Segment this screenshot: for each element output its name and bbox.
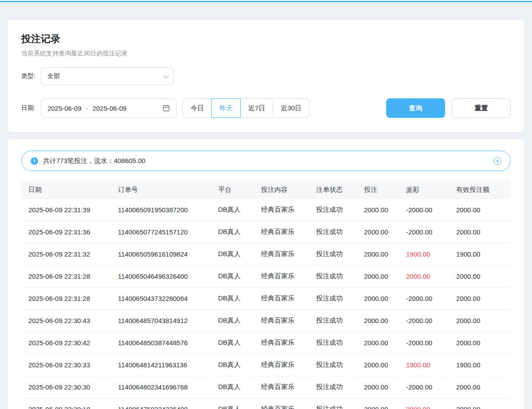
type-select[interactable]: 全部 — [41, 67, 174, 85]
table-cell: 2025-06-09 22:30:42 — [21, 332, 114, 354]
quick-range-button[interactable]: 昨天 — [211, 98, 241, 118]
table-cell: 2025-06-09 22:31:32 — [21, 243, 114, 265]
column-header: 平台 — [215, 181, 258, 199]
table-cell: 2025-06-09 22:30:43 — [21, 310, 114, 332]
table-cell: DB真人 — [215, 221, 258, 243]
table-cell: 2000.00 — [453, 199, 511, 221]
filter-card: 投注记录 当前系统支持查询最近30日的投注记录 类型: 全部 日期: 2025-… — [8, 20, 524, 132]
table-cell: 投注成功 — [313, 243, 360, 265]
table-cell: 2000.00 — [360, 199, 403, 221]
table-cell: 1140064802341696768 — [114, 376, 215, 398]
table-cell: -2000.00 — [403, 199, 453, 221]
table-row: 2025-06-09 22:31:361140065077245157120DB… — [21, 221, 511, 243]
table-cell: DB真人 — [215, 288, 258, 310]
table-cell: 2025-06-09 22:30:33 — [21, 354, 114, 376]
table-row: 2025-06-09 22:31:281140065046496326400DB… — [21, 265, 511, 288]
table-row: 2025-06-09 22:30:431140064857043814912DB… — [21, 310, 511, 332]
calendar-icon — [163, 105, 170, 112]
table-cell: DB真人 — [215, 199, 258, 221]
plus-circle-icon[interactable]: + — [493, 157, 501, 165]
table-cell: 2000.00 — [360, 243, 403, 265]
table-cell: 2025-06-09 22:30:30 — [21, 376, 114, 398]
table-cell: 2000.00 — [453, 310, 511, 332]
table-cell: 2000.00 — [360, 332, 403, 354]
date-separator: - — [86, 105, 88, 112]
table-cell: 2025-06-09 22:31:28 — [21, 265, 114, 288]
table-cell: 经典百家乐 — [258, 265, 313, 288]
table-cell: 投注成功 — [313, 354, 360, 376]
table-cell: -2000.00 — [403, 310, 453, 332]
table-cell: 经典百家乐 — [258, 354, 313, 376]
table-cell: DB真人 — [215, 354, 258, 376]
records-card: i 共计773笔投注，流水：408605.00 + 日期订单号平台投注内容注单状… — [8, 139, 524, 409]
page-title: 投注记录 — [21, 32, 511, 46]
records-table: 日期订单号平台投注内容注单状态投注派彩有效投注额 2025-06-09 22:3… — [21, 181, 511, 409]
table-cell: 2000.00 — [360, 398, 403, 409]
info-icon: i — [31, 157, 38, 165]
table-cell: 2025-06-09 22:31:36 — [21, 221, 114, 243]
table-cell: 投注成功 — [313, 265, 360, 288]
table-cell: 经典百家乐 — [258, 243, 313, 265]
table-cell: DB真人 — [215, 398, 258, 409]
table-header-row: 日期订单号平台投注内容注单状态投注派彩有效投注额 — [21, 181, 511, 199]
quick-range-button[interactable]: 近7日 — [240, 98, 273, 118]
quick-range-button[interactable]: 近30日 — [273, 98, 309, 118]
date-label: 日期: — [21, 104, 35, 112]
table-cell: 2000.00 — [360, 221, 403, 243]
table-cell: 2000.00 — [360, 265, 403, 288]
table-cell: 经典百家乐 — [258, 288, 313, 310]
table-cell: 2000.00 — [403, 398, 453, 409]
table-cell: 1140065059616109824 — [114, 243, 215, 265]
filter-actions: 查询 重置 — [386, 98, 511, 118]
table-cell: 2000.00 — [453, 288, 511, 310]
table-cell: 2000.00 — [453, 265, 511, 288]
page-container: 投注记录 当前系统支持查询最近30日的投注记录 类型: 全部 日期: 2025-… — [0, 2, 532, 409]
table-cell: DB真人 — [215, 265, 258, 288]
column-header: 注单状态 — [313, 181, 360, 199]
reset-button[interactable]: 重置 — [452, 98, 511, 118]
date-range-picker[interactable]: 2025-06-09 - 2025-06-09 — [41, 98, 176, 118]
table-row: 2025-06-09 22:31:391140065091950387200DB… — [21, 199, 511, 221]
table-cell: 2000.00 — [453, 221, 511, 243]
table-cell: 1900.00 — [453, 354, 511, 376]
table-row: 2025-06-09 22:31:281140065043732280064DB… — [21, 288, 511, 310]
table-cell: 投注成功 — [313, 376, 360, 398]
table-cell: 1140065046496326400 — [114, 265, 215, 288]
table-cell: 投注成功 — [313, 221, 360, 243]
table-cell: 经典百家乐 — [258, 332, 313, 354]
table-cell: 经典百家乐 — [258, 310, 313, 332]
table-cell: DB真人 — [215, 310, 258, 332]
table-row: 2025-06-09 22:30:301140064802341696768DB… — [21, 376, 511, 398]
table-cell: 2000.00 — [453, 332, 511, 354]
table-cell: 2000.00 — [453, 376, 511, 398]
column-header: 订单号 — [114, 181, 215, 199]
table-cell: 2000.00 — [403, 265, 453, 288]
quick-range-button[interactable]: 今日 — [183, 98, 212, 118]
page-subtitle: 当前系统支持查询最近30日的投注记录 — [21, 50, 511, 58]
table-cell: 投注成功 — [313, 288, 360, 310]
column-header: 投注 — [360, 181, 403, 199]
table-cell: 投注成功 — [313, 332, 360, 354]
table-row: 2025-06-09 22:31:321140065059616109824DB… — [21, 243, 511, 265]
table-cell: 2000.00 — [360, 288, 403, 310]
type-filter-row: 类型: 全部 — [21, 67, 511, 85]
table-cell: 投注成功 — [313, 199, 360, 221]
table-cell: -2000.00 — [403, 332, 453, 354]
table-cell: DB真人 — [215, 376, 258, 398]
table-cell: 1140064850387448576 — [114, 332, 215, 354]
table-cell: 投注成功 — [313, 398, 360, 409]
search-button[interactable]: 查询 — [386, 98, 445, 118]
table-cell: 1900.00 — [453, 243, 511, 265]
table-cell: 经典百家乐 — [258, 376, 313, 398]
table-cell: 1140065077245157120 — [114, 221, 215, 243]
table-cell: 1140065043732280064 — [114, 288, 215, 310]
table-cell: 1900.00 — [403, 243, 453, 265]
table-cell: 经典百家乐 — [258, 398, 313, 409]
summary-banner: i 共计773笔投注，流水：408605.00 + — [21, 151, 511, 171]
table-row: 2025-06-09 22:30:421140064850387448576DB… — [21, 332, 511, 354]
table-cell: DB真人 — [215, 332, 258, 354]
table-cell: 投注成功 — [313, 310, 360, 332]
table-cell: 1140064857043814912 — [114, 310, 215, 332]
column-header: 派彩 — [403, 181, 453, 199]
table-cell: 经典百家乐 — [258, 199, 313, 221]
